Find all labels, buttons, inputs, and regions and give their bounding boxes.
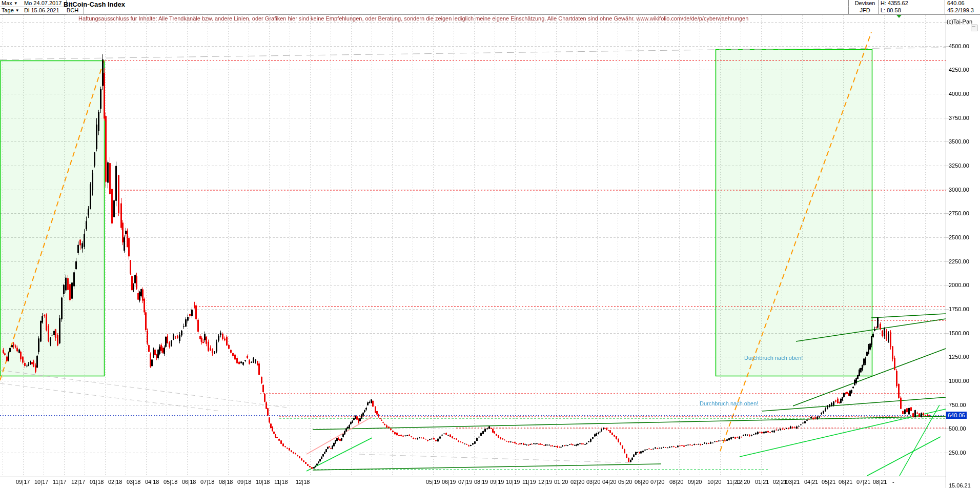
x-axis-label: 0821 <box>873 479 887 485</box>
header-bar: Max ▼ Mo 24.07.2017 Tage ▼ Di 15.06.2021… <box>0 0 980 15</box>
end-date-cell[interactable]: Di 15.06.2021 <box>23 7 67 14</box>
x-axis-label: 0421 <box>804 479 819 485</box>
disclaimer-text: Haftungsausschluss für Inhalte: Alle Tre… <box>78 15 748 22</box>
x-axis-label: 0919 <box>490 479 504 485</box>
category-cell: Devisen <box>848 0 881 7</box>
x-axis-label: 0917 <box>16 479 30 485</box>
y-axis-label: 3500.00 <box>949 138 969 145</box>
change-value: 45.2/199.3 <box>947 7 974 14</box>
x-axis-label: 0619 <box>442 479 456 485</box>
y-axis-label: 4250.00 <box>949 67 969 73</box>
high-cell: H: 4355.62 <box>878 0 947 7</box>
y-axis-label: 3000.00 <box>949 187 969 193</box>
current-price-tag: 640.06 <box>946 412 967 419</box>
last-price-cell: 640.06 <box>945 0 980 7</box>
x-axis-label: 1217 <box>71 479 86 485</box>
x-axis-label: 0520 <box>618 479 632 485</box>
x-axis-label: 0720 <box>650 479 665 485</box>
x-axis-label: 0920 <box>688 479 702 485</box>
x-axis-label: 1219 <box>538 479 553 485</box>
x-axis-label: 1118 <box>274 479 288 485</box>
last-price: 640.06 <box>947 0 965 7</box>
y-axis-label: 4000.00 <box>949 91 969 97</box>
x-axis-label: 1020 <box>707 479 722 485</box>
x-axis-label: 0620 <box>635 479 649 485</box>
x-axis-label: 1019 <box>506 479 520 485</box>
y-axis-label: 3750.00 <box>949 115 969 121</box>
y-axis-label: 250.00 <box>949 450 966 456</box>
x-axis-label: 0918 <box>237 479 252 485</box>
range-dropdown[interactable]: Max ▼ <box>0 0 24 7</box>
low-value: L: 80.58 <box>881 7 901 14</box>
copyright-label: (c)Tai-Pan <box>947 18 972 25</box>
y-axis-label: 1750.00 <box>949 306 969 312</box>
x-axis-label: 0719 <box>458 479 473 485</box>
y-axis-label: 2250.00 <box>949 258 969 265</box>
x-axis-label: 1220 <box>736 479 750 485</box>
x-axis-label: 0121 <box>755 479 769 485</box>
x-axis-label: 0818 <box>219 479 233 485</box>
x-axis-label: 0321 <box>786 479 800 485</box>
x-axis-label: 0218 <box>108 479 122 485</box>
x-axis-dash-label: - <box>892 479 894 485</box>
x-axis-label: 0320 <box>586 479 601 485</box>
period-label: Tage <box>2 7 14 14</box>
category-label: Devisen <box>855 0 875 7</box>
y-axis-label: 2000.00 <box>949 282 969 288</box>
x-axis-label: 0518 <box>164 479 178 485</box>
x-axis-label: 1119 <box>522 479 536 485</box>
x-axis-label: 1117 <box>53 479 67 485</box>
x-axis-label: 0621 <box>839 479 853 485</box>
chevron-down-icon: ▼ <box>15 7 19 14</box>
low-cell: L: 80.58 <box>878 7 947 14</box>
x-axis-label: 0721 <box>856 479 871 485</box>
x-axis-label: 0819 <box>474 479 488 485</box>
change-cell: 45.2/199.3 <box>945 7 980 14</box>
x-axis-label: 0318 <box>127 479 141 485</box>
page-title: BitCoin-Cash Index <box>64 1 125 8</box>
provider-cell: JFD <box>848 7 881 14</box>
y-axis-label: 500.00 <box>949 425 966 432</box>
axis-date-label: 15.06.21 <box>949 482 971 488</box>
x-axis-label: 0120 <box>554 479 568 485</box>
x-axis-label: 0420 <box>602 479 617 485</box>
start-date: Mo 24.07.2017 <box>24 0 62 7</box>
provider-label: JFD <box>860 7 870 14</box>
x-axis-label: 0718 <box>200 479 215 485</box>
x-axis-label: 0220 <box>570 479 585 485</box>
chevron-down-icon: ▼ <box>14 0 18 7</box>
y-axis-label: 1250.00 <box>949 354 969 360</box>
x-axis-label: 1218 <box>296 479 310 485</box>
price-chart-canvas[interactable] <box>0 0 980 488</box>
x-axis-label: 0221 <box>773 479 787 485</box>
marker-triangle-icon <box>896 15 902 18</box>
x-axis-label: 0820 <box>669 479 684 485</box>
x-axis-label: 0618 <box>182 479 196 485</box>
x-axis-label: 1018 <box>256 479 270 485</box>
high-value: H: 4355.62 <box>881 0 908 7</box>
breakout-annotation: Durchbruch nach oben! <box>700 400 758 406</box>
end-date: Di 15.06.2021 <box>24 7 59 14</box>
x-axis-label: 0521 <box>822 479 836 485</box>
x-axis-label: 0118 <box>90 479 104 485</box>
y-axis-label: 2750.00 <box>949 210 969 216</box>
x-axis-label: 0519 <box>426 479 440 485</box>
y-axis-label: 3250.00 <box>949 162 969 169</box>
y-axis-label: 750.00 <box>949 402 966 408</box>
range-label: Max <box>2 0 12 7</box>
expand-icon[interactable] <box>971 25 977 31</box>
x-axis-label: 1017 <box>34 479 49 485</box>
start-date-cell[interactable]: Mo 24.07.2017 <box>23 0 67 7</box>
y-axis-label: 1000.00 <box>949 378 969 384</box>
breakout-annotation: Durchbruch nach oben! <box>744 355 803 361</box>
x-axis-label: 0418 <box>145 479 159 485</box>
period-dropdown[interactable]: Tage ▼ <box>0 7 24 14</box>
y-axis-label: 1500.00 <box>949 330 969 336</box>
y-axis-label: 4500.00 <box>949 43 969 49</box>
y-axis-label: 2500.00 <box>949 234 969 240</box>
